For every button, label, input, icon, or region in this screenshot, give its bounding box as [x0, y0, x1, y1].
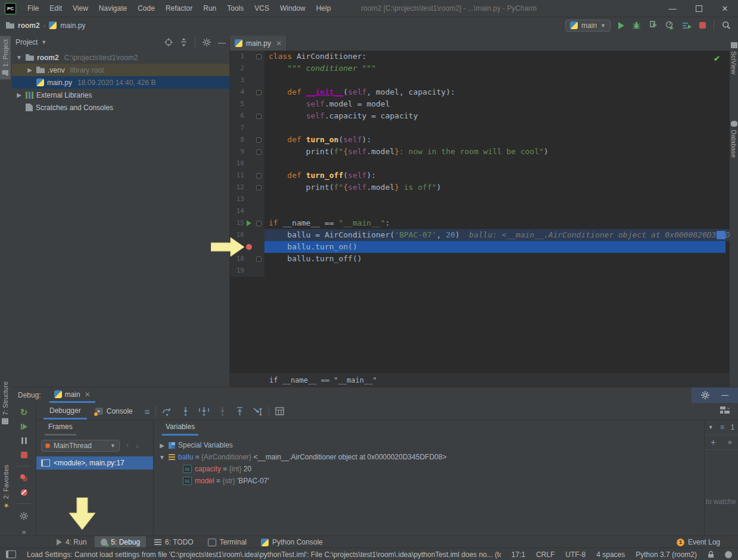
tab-variables[interactable]: Variables [154, 420, 704, 436]
add-watch-icon[interactable]: + [711, 437, 715, 447]
view-breakpoints-icon[interactable] [20, 474, 25, 479]
code-line-1[interactable]: 1class AirConditioner: [230, 51, 730, 62]
chevron-down-icon[interactable]: ▼ [41, 39, 46, 45]
tree-item-room2[interactable]: ▼room2C:\projects\test1\room2 [12, 51, 229, 64]
collapse-all-icon[interactable] [180, 38, 188, 46]
step-over-icon[interactable] [162, 407, 172, 416]
menu-navigate[interactable]: Navigate [94, 0, 132, 17]
menu-run[interactable]: Run [198, 0, 222, 17]
fold-marker-icon[interactable] [256, 149, 261, 155]
code-line-4[interactable]: 4 def __init__(self, model, capacity): [230, 86, 730, 98]
event-log-button[interactable]: 1 Event Log [677, 538, 720, 546]
code-line-14[interactable]: 14 [230, 205, 730, 217]
inspection-ok-icon[interactable]: ✔ [714, 54, 720, 63]
toolwindow-tab-python-console[interactable]: Python Console [255, 536, 329, 548]
frame-up-icon[interactable]: ↑ [126, 442, 129, 450]
code-line-2[interactable]: 2 """ conditioner """ [230, 62, 730, 74]
code-line-15[interactable]: 15if __name__ == "__main__": [230, 217, 730, 229]
menu-file[interactable]: File [22, 0, 44, 17]
debug-button[interactable] [632, 21, 641, 30]
code-line-6[interactable]: 6 self.capacity = capacity [230, 110, 730, 122]
thread-select[interactable]: MainThread ▼ [41, 440, 120, 452]
mute-breakpoints-icon[interactable] [21, 489, 27, 496]
code-line-18[interactable]: 18 ballu.turn_off() [230, 253, 730, 265]
search-everywhere-icon[interactable] [722, 21, 731, 30]
var-down-arrow-icon[interactable]: ▼ [158, 454, 166, 461]
close-button[interactable]: ✕ [712, 0, 738, 17]
error-stripe-mark[interactable] [717, 231, 725, 239]
step-into-my-code-icon[interactable] [199, 407, 209, 416]
context-line[interactable]: if __name__ == "__main__" [269, 376, 377, 384]
breadcrumb-project[interactable]: room2 [18, 21, 40, 30]
locate-file-icon[interactable] [164, 38, 173, 46]
toggle-toolwindows-icon[interactable] [6, 550, 16, 558]
gear-icon[interactable] [203, 38, 211, 46]
evaluate-expression-icon[interactable] [275, 407, 284, 415]
menu-edit[interactable]: Edit [44, 0, 67, 17]
fold-marker-icon[interactable] [256, 114, 261, 119]
menu-refactor[interactable]: Refactor [160, 0, 198, 17]
toolwindow-tab-5-debug[interactable]: 5: Debug [95, 536, 146, 548]
layout-options-icon[interactable]: ≡ [145, 406, 150, 417]
menu-window[interactable]: Window [275, 0, 311, 17]
tree-item-scratches-and-consoles[interactable]: Scratches and Consoles [12, 101, 229, 114]
tool-stripe-sciview[interactable]: SciView [730, 39, 738, 78]
menu-help[interactable]: Help [311, 0, 337, 17]
fold-marker-icon[interactable] [256, 54, 261, 60]
line-separator[interactable]: CRLF [536, 550, 555, 559]
step-out-icon[interactable] [236, 407, 244, 416]
fold-marker-icon[interactable] [256, 90, 261, 95]
more-icon[interactable]: » [728, 438, 732, 446]
variable-row[interactable]: ▶Special Variables [154, 439, 704, 451]
run-to-cursor-icon[interactable] [253, 407, 263, 416]
project-panel-title[interactable]: Project [15, 38, 38, 46]
breakpoint-icon[interactable] [246, 244, 252, 250]
tree-item-external-libraries[interactable]: ▶External Libraries [12, 89, 229, 101]
more-options-icon[interactable]: » [22, 528, 26, 536]
menu-vcs[interactable]: VCS [249, 0, 275, 17]
code-line-7[interactable]: 7 [230, 122, 730, 134]
toolwindow-tab-6-todo[interactable]: 6: TODO [148, 536, 200, 548]
tree-item-venv[interactable]: ▶.venvlibrary root [12, 64, 229, 76]
menu-code[interactable]: Code [132, 0, 160, 17]
run-config-select[interactable]: main ▼ [565, 20, 611, 32]
variable-row[interactable]: ▼ballu = {AirConditioner} <__main__.AirC… [154, 451, 704, 463]
code-line-16[interactable]: 16 ballu = AirConditioner('BPAC-07', 20)… [230, 229, 730, 241]
fold-marker-icon[interactable] [256, 137, 261, 143]
restore-layout-icon[interactable] [720, 406, 730, 416]
stop-button[interactable] [699, 22, 706, 29]
debug-session-tab[interactable]: main ✕ [49, 387, 95, 403]
resume-program-icon[interactable] [21, 424, 27, 430]
rerun-icon[interactable]: ↻ [20, 409, 28, 416]
code-line-12[interactable]: 12 print(f"{self.model} is off") [230, 182, 730, 193]
breadcrumb-file[interactable]: main.py [60, 21, 85, 30]
variable-row[interactable]: 01capacity = {int} 20 [154, 463, 704, 475]
hector-inspections-icon[interactable] [725, 551, 732, 558]
tool-stripe-structure[interactable]: 7: Structure [0, 378, 11, 428]
hide-panel-icon[interactable]: — [721, 391, 728, 399]
indent-style[interactable]: 4 spaces [596, 550, 625, 559]
fold-marker-icon[interactable] [256, 256, 261, 262]
gear-icon[interactable] [701, 391, 709, 399]
step-into-icon[interactable] [182, 407, 189, 416]
frame-item-selected[interactable]: <module>, main.py:17 [36, 456, 153, 470]
toolwindow-tab-terminal[interactable]: Terminal [202, 536, 253, 548]
tree-right-arrow-icon[interactable]: ▶ [15, 92, 23, 98]
file-encoding[interactable]: UTF-8 [565, 550, 586, 559]
maximize-button[interactable] [686, 0, 712, 17]
profiler-button[interactable] [665, 21, 674, 30]
pause-icon[interactable] [21, 437, 27, 444]
var-right-arrow-icon[interactable]: ▶ [158, 442, 166, 449]
lock-icon[interactable] [708, 550, 714, 558]
force-step-into-icon[interactable] [219, 407, 226, 416]
hide-panel-icon[interactable]: — [218, 38, 226, 47]
tab-debugger[interactable]: Debugger [43, 403, 87, 420]
editor-tab-main-py[interactable]: main.py ✕ [230, 36, 287, 51]
code-editor[interactable]: 1class AirConditioner:2 """ conditioner … [230, 51, 730, 374]
caret-position[interactable]: 17:1 [512, 550, 525, 559]
tree-right-arrow-icon[interactable]: ▶ [26, 67, 33, 73]
code-line-10[interactable]: 10 [230, 158, 730, 170]
debug-settings-gear-icon[interactable] [20, 512, 28, 520]
menu-view[interactable]: View [67, 0, 94, 17]
frame-down-icon[interactable]: ↓ [135, 442, 139, 450]
